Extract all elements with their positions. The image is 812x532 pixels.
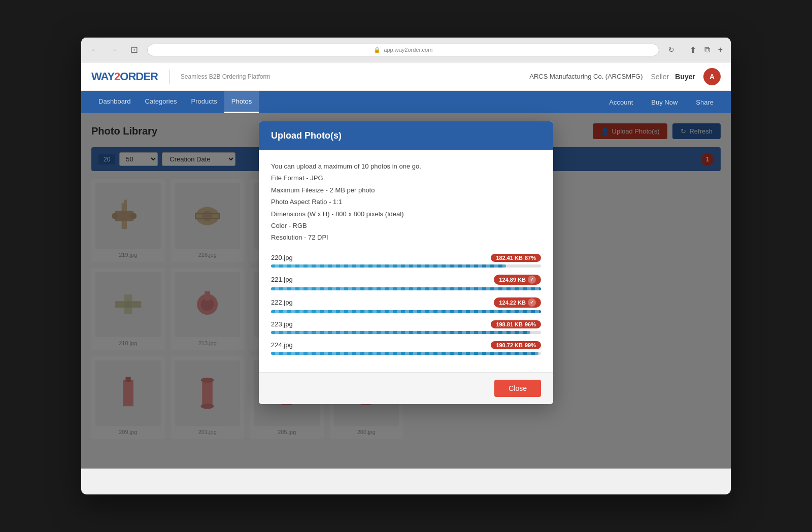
upload-item: 224.jpg190.72 KB 99% [271, 341, 541, 355]
close-modal-button[interactable]: Close [494, 380, 541, 397]
mode-toggle: Seller Buyer [651, 73, 695, 81]
new-tab-button[interactable]: + [716, 43, 725, 57]
share-browser-button[interactable]: ⬆ [688, 43, 698, 57]
progress-bar-fill [271, 331, 530, 334]
address-bar: 🔒 app.way2order.com [147, 44, 659, 56]
reload-button[interactable]: ↻ [664, 43, 679, 57]
url-text: app.way2order.com [384, 47, 432, 53]
progress-bar-fill [271, 310, 541, 313]
brand-logo: WAY2ORDER [91, 70, 158, 83]
modal-info: You can upload a maximum of 10 photos in… [271, 160, 541, 244]
upload-filename: 222.jpg [271, 298, 293, 306]
upload-item: 220.jpg182.41 KB 87% [271, 254, 541, 268]
upload-filename: 223.jpg [271, 320, 293, 328]
browser-window: ← → ⊡ 🔒 app.way2order.com ↻ ⬆ ⧉ + WAY2OR… [81, 38, 731, 494]
seller-label[interactable]: Seller [651, 73, 669, 81]
info-line-4: Dimensions (W x H) - 800 x 800 pixels (I… [271, 208, 541, 220]
upload-size-badge: 124.22 KB✓ [494, 297, 541, 308]
nav-share[interactable]: Share [689, 98, 721, 106]
upload-item: 221.jpg124.89 KB✓ [271, 275, 541, 290]
company-name: ARCS Manufacturing Co. (ARCSMFG) [529, 73, 642, 80]
info-line-6: Resolution - 72 DPI [271, 231, 541, 243]
modal-title: Upload Photo(s) [271, 130, 342, 141]
modal-header: Upload Photo(s) [259, 121, 553, 150]
nav-photos[interactable]: Photos [224, 91, 259, 113]
back-button[interactable]: ← [87, 43, 101, 57]
progress-bar-container [271, 310, 541, 313]
page-content: Photo Library 👤 Upload Photo(s) ↻ Refres… [81, 113, 731, 469]
info-line-2: Maximum Filesize - 2 MB per photo [271, 184, 541, 196]
browser-chrome: ← → ⊡ 🔒 app.way2order.com ↻ ⬆ ⧉ + [81, 38, 731, 62]
secondary-nav: Dashboard Categories Products Photos Acc… [81, 91, 731, 113]
nav-dashboard[interactable]: Dashboard [91, 91, 138, 113]
upload-complete-icon: ✓ [528, 276, 536, 284]
sidebar-toggle[interactable]: ⊡ [126, 43, 142, 57]
topnav-right: ARCS Manufacturing Co. (ARCSMFG) Seller … [529, 68, 721, 85]
progress-bar-fill [271, 264, 506, 268]
buyer-label[interactable]: Buyer [675, 73, 695, 81]
nav-account[interactable]: Account [602, 98, 640, 106]
duplicate-tab-button[interactable]: ⧉ [702, 43, 712, 57]
progress-bar-container [271, 331, 541, 334]
progress-bar-container [271, 264, 541, 268]
nav-categories[interactable]: Categories [138, 91, 184, 113]
upload-size-badge: 198.81 KB 96% [491, 320, 541, 328]
upload-filename: 221.jpg [271, 276, 293, 283]
nav-right-actions: Account Buy Now Share [602, 98, 721, 106]
progress-bar-container [271, 352, 541, 355]
progress-bar-fill [271, 352, 538, 355]
upload-size-badge: 182.41 KB 87% [491, 254, 541, 262]
app-container: WAY2ORDER Seamless B2B Ordering Platform… [81, 62, 731, 469]
upload-filename: 224.jpg [271, 341, 293, 349]
info-line-0: You can upload a maximum of 10 photos in… [271, 160, 541, 172]
progress-bar-fill [271, 287, 541, 290]
upload-item: 222.jpg124.22 KB✓ [271, 297, 541, 313]
top-nav: WAY2ORDER Seamless B2B Ordering Platform… [81, 62, 731, 91]
info-line-3: Photo Aspect Ratio - 1:1 [271, 196, 541, 208]
upload-item: 223.jpg198.81 KB 96% [271, 320, 541, 334]
info-line-5: Color - RGB [271, 220, 541, 231]
info-line-1: File Format - JPG [271, 172, 541, 184]
upload-size-badge: 124.89 KB✓ [494, 275, 541, 285]
modal-body: You can upload a maximum of 10 photos in… [259, 150, 553, 372]
upload-filename: 220.jpg [271, 254, 293, 261]
brand-tagline: Seamless B2B Ordering Platform [181, 73, 270, 80]
forward-button[interactable]: → [107, 43, 121, 57]
nav-products[interactable]: Products [184, 91, 224, 113]
brand-divider [169, 70, 170, 84]
modal-footer: Close [259, 372, 553, 404]
lock-icon: 🔒 [374, 47, 381, 53]
nav-buy-now[interactable]: Buy Now [644, 98, 685, 106]
progress-bar-container [271, 287, 541, 290]
user-avatar[interactable]: A [703, 68, 721, 85]
upload-complete-icon: ✓ [528, 298, 536, 307]
upload-list: 220.jpg182.41 KB 87%221.jpg124.89 KB✓222… [271, 254, 541, 355]
brand: WAY2ORDER Seamless B2B Ordering Platform [91, 70, 270, 84]
upload-size-badge: 190.72 KB 99% [491, 341, 541, 349]
upload-modal: Upload Photo(s) You can upload a maximum… [259, 121, 553, 404]
